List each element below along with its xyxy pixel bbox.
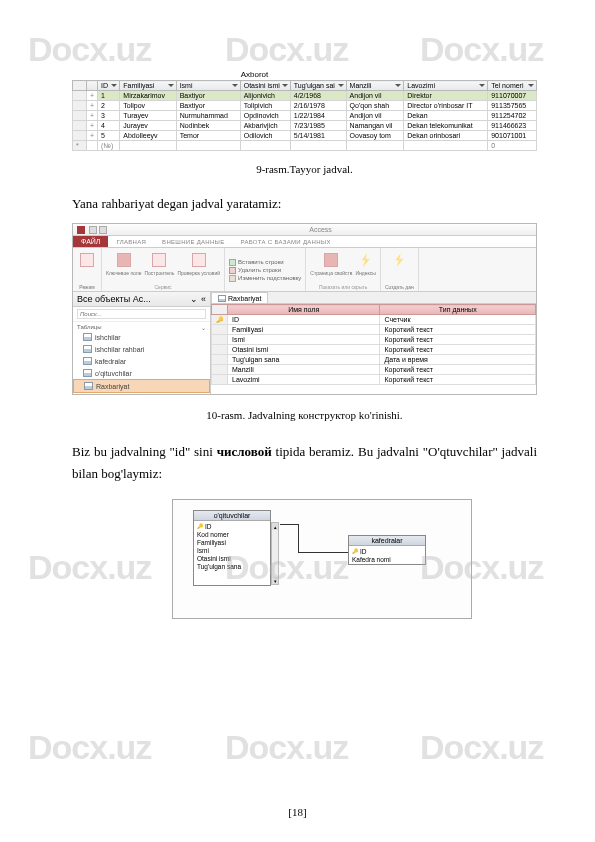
- ribbon-group-tools: Ключевое поле Построитель Проверка услов…: [102, 248, 225, 291]
- relation-line: [280, 524, 298, 525]
- scrollbar[interactable]: ▴ ▾: [271, 522, 279, 585]
- column-header[interactable]: Manzili: [346, 81, 404, 91]
- indexes-button[interactable]: [356, 250, 376, 270]
- ribbon: Режим Ключевое поле Построитель Проверка…: [73, 248, 536, 292]
- column-header[interactable]: Tug'ulgan sai: [290, 81, 346, 91]
- column-header[interactable]: Otasini ismi: [240, 81, 290, 91]
- nav-group-header[interactable]: Таблицы⌄: [73, 322, 210, 331]
- nav-item[interactable]: ishchilar rahbari: [73, 343, 210, 355]
- design-header-row: Имя поля Тип данных: [212, 305, 536, 315]
- access-window: Access ФАЙЛ ГЛАВНАЯ ВНЕШНИЕ ДАННЫЕ РАБОТ…: [72, 223, 537, 395]
- chevron-down-icon[interactable]: [528, 84, 534, 87]
- tab-home[interactable]: ГЛАВНАЯ: [108, 239, 154, 245]
- field-row[interactable]: FamiliyasiКороткий текст: [212, 325, 536, 335]
- validation-button[interactable]: [189, 250, 209, 270]
- table-row[interactable]: + 2TolipovBaxtiyorTolipivich2/16/1978Qo'…: [73, 101, 537, 111]
- ribbon-group-views: Режим: [73, 248, 102, 291]
- new-record-row[interactable]: * (№)0: [73, 141, 537, 151]
- table-row[interactable]: + 1 Mirzakarimov Baxtiyor Alijonivich 4/…: [73, 91, 537, 101]
- chevron-down-icon[interactable]: [111, 84, 117, 87]
- field-row[interactable]: IsmiКороткий текст: [212, 335, 536, 345]
- nav-search: [73, 307, 210, 322]
- table-icon: [83, 369, 92, 377]
- delete-rows-button[interactable]: Удалить строки: [229, 267, 281, 274]
- datasheet-table: Axborot ID Familiyasi Ismi Otasini ismi …: [72, 70, 537, 151]
- relation-table-title: o'qituvchilar: [194, 511, 270, 521]
- chevron-down-icon[interactable]: [479, 84, 485, 87]
- column-header[interactable]: Tel nomeri: [488, 81, 537, 91]
- nav-item[interactable]: kafedralar: [73, 355, 210, 367]
- chevron-down-icon[interactable]: [338, 84, 344, 87]
- table-icon: [218, 295, 226, 302]
- paragraph: Biz bu jadvalning "id" sini числовой tip…: [72, 441, 537, 485]
- design-view: Raxbariyat Имя поля Тип данных IDСчетчик…: [211, 292, 536, 394]
- field-row[interactable]: LavozimiКороткий текст: [212, 375, 536, 385]
- nav-header[interactable]: Все объекты Ac... ⌄ «: [73, 292, 210, 307]
- nav-item-selected[interactable]: Raxbariyat: [73, 379, 210, 393]
- chevron-down-icon[interactable]: [395, 84, 401, 87]
- nav-item[interactable]: ishchilar: [73, 331, 210, 343]
- column-header[interactable]: Lavozimi: [404, 81, 488, 91]
- chevron-down-icon[interactable]: [168, 84, 174, 87]
- table-row[interactable]: + 5AbdolleeyvTemorOdilovich5/14/1981Oova…: [73, 131, 537, 141]
- relation-table[interactable]: o'qituvchilar 🔑ID Kod nomer Familiyasi I…: [193, 510, 271, 586]
- file-tab[interactable]: ФАЙЛ: [73, 236, 108, 247]
- undo-icon[interactable]: [99, 226, 107, 234]
- property-sheet-button[interactable]: [321, 250, 341, 270]
- field-name-header: Имя поля: [228, 305, 380, 315]
- watermark: Docx.uz: [225, 728, 348, 767]
- primary-key-button[interactable]: [114, 250, 134, 270]
- table-icon: [83, 345, 92, 353]
- search-input[interactable]: [77, 309, 206, 319]
- page-number: [18]: [0, 806, 595, 818]
- group-name: Показать или скрыть: [319, 284, 368, 290]
- chevron-down-icon[interactable]: [232, 84, 238, 87]
- navigation-pane: Все объекты Ac... ⌄ « Таблицы⌄ ishchilar…: [73, 292, 211, 394]
- key-icon: [212, 315, 228, 325]
- app-title: Access: [109, 226, 532, 233]
- tab-database[interactable]: РАБОТА С БАЗАМИ ДАННЫХ: [233, 239, 339, 245]
- ribbon-group-show: Страница свойств Индексы Показать или ск…: [306, 248, 381, 291]
- create-data-button[interactable]: [389, 250, 409, 270]
- view-button[interactable]: [77, 250, 97, 270]
- watermark: Docx.uz: [420, 728, 543, 767]
- scroll-down-icon[interactable]: ▾: [272, 577, 278, 584]
- ribbon-label: Страница свойств: [310, 271, 352, 276]
- builder-button[interactable]: [149, 250, 169, 270]
- chevron-down-icon[interactable]: ⌄ «: [190, 294, 206, 304]
- access-icon: [77, 226, 85, 234]
- field-row[interactable]: IDСчетчик: [212, 315, 536, 325]
- relation-table-title: kafedralar: [349, 536, 425, 546]
- table-icon: [84, 382, 93, 390]
- column-header[interactable]: Familiyasi: [120, 81, 176, 91]
- expand-header: [87, 81, 98, 91]
- table-row[interactable]: + 3TurayevNurmuhammadOpdinovich1/22/1984…: [73, 111, 537, 121]
- column-header[interactable]: Ismi: [176, 81, 240, 91]
- key-icon: 🔑: [197, 523, 203, 529]
- ribbon-label: Индексы: [356, 271, 376, 276]
- field-row[interactable]: Tug'ulgan sanaДата и время: [212, 355, 536, 365]
- chevron-down-icon[interactable]: [282, 84, 288, 87]
- relation-line: [298, 524, 299, 552]
- ribbon-label: Построитель: [144, 271, 174, 276]
- relationship-diagram: o'qituvchilar 🔑ID Kod nomer Familiyasi I…: [172, 499, 472, 619]
- ribbon-tabs: ФАЙЛ ГЛАВНАЯ ВНЕШНИЕ ДАННЫЕ РАБОТА С БАЗ…: [73, 236, 536, 248]
- column-header[interactable]: ID: [98, 81, 120, 91]
- scroll-up-icon[interactable]: ▴: [272, 523, 278, 530]
- table-icon: [83, 357, 92, 365]
- figure-caption: 10-rasm. Jadvalning конструктор ko'rinis…: [72, 409, 537, 421]
- relation-table[interactable]: kafedralar 🔑ID Kafedra nomi: [348, 535, 426, 565]
- insert-rows-button[interactable]: Вставить строки: [229, 259, 284, 266]
- paragraph: Yana rahbariyat degan jadval yaratamiz:: [72, 195, 537, 213]
- table-row[interactable]: + 4JurayevNodinbekAkbarivjich7/23/1985Na…: [73, 121, 537, 131]
- tab-external[interactable]: ВНЕШНИЕ ДАННЫЕ: [154, 239, 232, 245]
- field-row[interactable]: Otasini ismiКороткий текст: [212, 345, 536, 355]
- document-tab[interactable]: Raxbariyat: [211, 292, 268, 303]
- nav-item[interactable]: o'qituvchilar: [73, 367, 210, 379]
- field-row[interactable]: ManziliКороткий текст: [212, 365, 536, 375]
- data-type-header: Тип данных: [380, 305, 536, 315]
- save-icon[interactable]: [89, 226, 97, 234]
- watermark: Docx.uz: [28, 728, 151, 767]
- modify-lookup-button[interactable]: Изменить подстановку: [229, 275, 301, 282]
- row-selector-header[interactable]: [73, 81, 87, 91]
